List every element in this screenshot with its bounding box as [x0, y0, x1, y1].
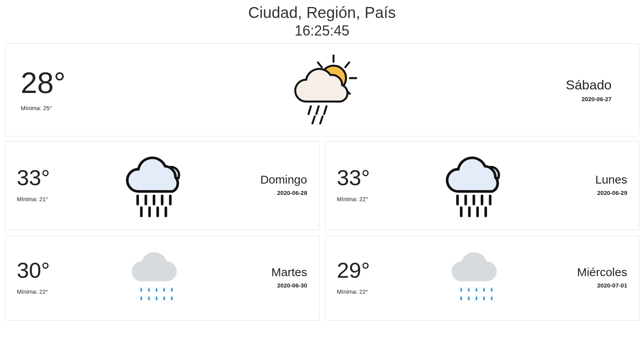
- forecast-temp-col: 30° Mínima: 22°: [17, 259, 104, 295]
- forecast-icon-col: [424, 148, 529, 222]
- forecast-temp-col: 29° Mínima: 22°: [337, 259, 424, 295]
- forecast-icon-col: [104, 148, 209, 222]
- forecast-day-name: Miércoles: [528, 266, 627, 279]
- forecast-date: 2020-06-29: [528, 189, 627, 196]
- forecast-day-col: Lunes 2020-06-29: [528, 173, 627, 196]
- forecast-day-name: Domingo: [209, 173, 307, 186]
- forecast-min: Mínima: 22°: [337, 196, 424, 202]
- rain-drops-icon: [123, 242, 189, 312]
- svg-line-7: [316, 106, 319, 114]
- forecast-card: 33° Mínima: 22°: [325, 141, 640, 230]
- forecast-icon-col: [424, 242, 529, 312]
- forecast-card: 33° Mínima: 21°: [5, 141, 319, 230]
- forecast-day-col: Miércoles 2020-07-01: [528, 266, 627, 289]
- forecast-date: 2020-07-01: [528, 282, 627, 289]
- forecast-temp: 33°: [17, 167, 104, 189]
- forecast-min: Mínima: 21°: [17, 196, 104, 202]
- forecast-temp: 29°: [337, 259, 424, 281]
- svg-line-8: [324, 106, 326, 114]
- forecast-date: 2020-06-30: [209, 282, 307, 289]
- forecast-day-col: Martes 2020-06-30: [209, 266, 307, 289]
- forecast-temp-col: 33° Mínima: 21°: [17, 167, 104, 202]
- heavy-rain-icon: [439, 148, 513, 222]
- svg-line-4: [318, 62, 322, 67]
- svg-line-9: [312, 116, 315, 123]
- location-title: Ciudad, Región, País: [3, 3, 641, 22]
- svg-line-6: [309, 106, 311, 114]
- forecast-min: Mínima: 22°: [17, 288, 104, 295]
- forecast-date: 2020-06-28: [209, 189, 307, 196]
- forecast-card: 29° Mínima: 22°: [325, 236, 640, 321]
- partly-cloudy-rain-icon: [283, 51, 361, 129]
- today-min: Mínima: 25°: [21, 105, 226, 111]
- today-temp-col: 28° Mínima: 25°: [21, 68, 226, 111]
- forecast-icon-col: [104, 242, 209, 312]
- forecast-min: Mínima: 22°: [337, 288, 424, 295]
- header: Ciudad, Región, País 16:25:45: [3, 3, 641, 40]
- today-day-name: Sábado: [418, 77, 612, 93]
- today-day-col: Sábado 2020-06-27: [418, 77, 623, 102]
- heavy-rain-icon: [119, 148, 193, 222]
- forecast-day-col: Domingo 2020-06-28: [209, 173, 307, 196]
- forecast-temp-col: 33° Mínima: 22°: [337, 167, 424, 202]
- forecast-card: 30° Mínima: 22°: [5, 236, 319, 321]
- forecast-day-name: Lunes: [528, 173, 627, 186]
- forecast-temp: 33°: [337, 167, 424, 189]
- forecast-temp: 30°: [17, 259, 104, 281]
- forecast-day-name: Martes: [209, 266, 307, 279]
- today-date: 2020-06-27: [418, 96, 612, 102]
- today-icon-col: [226, 51, 419, 129]
- svg-line-1: [345, 62, 349, 67]
- rain-drops-icon: [443, 242, 509, 312]
- time-title: 16:25:45: [3, 22, 641, 40]
- today-temp: 28°: [21, 68, 226, 98]
- forecast-grid: 33° Mínima: 21°: [3, 141, 641, 321]
- svg-line-10: [320, 116, 323, 123]
- today-card: 28° Mínima: 25°: [5, 43, 639, 136]
